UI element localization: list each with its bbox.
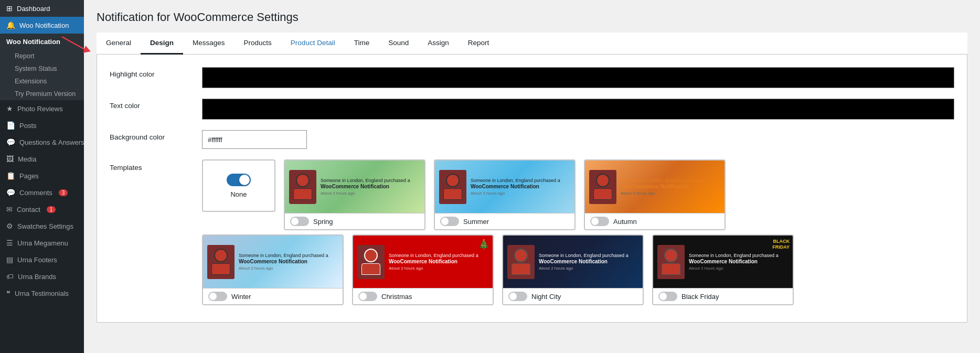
sidebar-item-questions-answers[interactable]: 💬 Questions & Answers [0, 134, 84, 151]
tab-general[interactable]: General [97, 33, 141, 55]
highlight-color-label: Highlight color [110, 67, 194, 78]
tab-products[interactable]: Products [235, 33, 281, 55]
tab-design[interactable]: Design [141, 33, 183, 55]
christmas-toggle[interactable] [358, 292, 377, 301]
sidebar-item-urna-testimonials[interactable]: ❝ Urna Testimonials [0, 285, 84, 302]
night-label: Night City [531, 293, 561, 301]
template-none-toggle[interactable] [227, 174, 251, 186]
autumn-notif-time: About 2 hours ago [621, 191, 720, 196]
highlight-color-row: Highlight color [110, 67, 954, 88]
spring-notif-text: Someone in London, England purchased a W… [321, 178, 420, 196]
tab-assign[interactable]: Assign [418, 33, 459, 55]
sidebar-item-swatches-settings[interactable]: ⚙ Swatches Settings [0, 218, 84, 234]
woo-notification-title[interactable]: Woo Notification [0, 34, 84, 50]
template-autumn-preview: Someone in London, England purchased a W… [585, 161, 725, 213]
blackfriday-toggle-knob [659, 293, 667, 300]
sidebar-sub-report[interactable]: Report [0, 50, 84, 62]
template-christmas-preview: Someone in London, England purchased a W… [353, 236, 493, 288]
media-icon: 🖼 [6, 155, 14, 163]
background-color-swatch[interactable]: #ffffff [202, 130, 307, 149]
template-blackfriday-footer: Black Friday [653, 288, 793, 304]
comments-badge: 3 [59, 189, 68, 196]
sidebar-item-dashboard[interactable]: ⊞ Dashboard [0, 0, 84, 17]
template-christmas-footer: Christmas [353, 288, 493, 304]
winter-avatar [207, 245, 235, 279]
sidebar-item-urna-footers[interactable]: ▤ Urna Footers [0, 251, 84, 268]
template-winter-footer: Winter [203, 288, 343, 304]
tab-report[interactable]: Report [459, 33, 499, 55]
summer-toggle[interactable] [440, 217, 459, 226]
summer-notif-bold: WooCommerce Notification [471, 184, 570, 189]
text-color-swatch[interactable] [202, 99, 954, 120]
tab-time[interactable]: Time [345, 33, 379, 55]
night-avatar [507, 245, 535, 279]
blackfriday-toggle[interactable] [658, 292, 677, 301]
spring-toggle[interactable] [290, 217, 309, 226]
template-none-card[interactable]: None [202, 159, 275, 212]
sidebar-item-media[interactable]: 🖼 Media [0, 151, 84, 167]
autumn-toggle[interactable] [590, 217, 609, 226]
blackfriday-badge: BLACKFRIDAY [772, 239, 790, 250]
winter-toggle[interactable] [208, 292, 227, 301]
template-christmas-card[interactable]: Someone in London, England purchased a W… [352, 234, 494, 305]
woo-notification-section: Woo Notification Report System Status Ex… [0, 34, 84, 100]
highlight-color-swatch[interactable] [202, 67, 954, 88]
template-blackfriday-card[interactable]: Someone in London, England purchased a W… [652, 234, 794, 305]
template-spring-card[interactable]: Someone in London, England purchased a W… [284, 159, 425, 230]
main-content: Notification for WooCommerce Settings Ge… [84, 0, 980, 353]
spring-toggle-knob [291, 218, 299, 225]
notif-preview-spring: Someone in London, England purchased a W… [285, 161, 424, 213]
template-winter-preview: Someone in London, England purchased a W… [203, 236, 343, 288]
template-night-preview: Someone in London, England purchased a W… [503, 236, 643, 288]
sidebar-item-woo-notification-top[interactable]: 🔔 Woo Notification [0, 17, 84, 34]
sidebar-item-contact[interactable]: ✉ Contact 1 [0, 201, 84, 218]
blackfriday-avatar [657, 245, 685, 279]
bell-icon: 🔔 [6, 21, 15, 29]
tab-messages[interactable]: Messages [183, 33, 235, 55]
summer-avatar [439, 170, 466, 204]
background-color-row: Background color #ffffff [110, 130, 954, 149]
night-toggle[interactable] [508, 292, 527, 301]
toggle-knob [239, 175, 250, 185]
sidebar-item-posts[interactable]: 📄 Posts [0, 117, 84, 134]
autumn-notif-text: Someone in London, England purchased a W… [621, 178, 720, 196]
template-winter-card[interactable]: Someone in London, England purchased a W… [202, 234, 344, 305]
winter-notif-title: Someone in London, England purchased a [239, 253, 328, 258]
tabs-bar: General Design Messages Products Product… [97, 33, 967, 55]
christmas-decoration: 🎄 [478, 239, 489, 250]
sidebar-item-urna-brands[interactable]: 🏷 Urna Brands [0, 268, 84, 285]
brands-icon: 🏷 [6, 272, 14, 281]
tab-product-detail[interactable]: Product Detail [281, 33, 345, 55]
christmas-toggle-knob [359, 293, 367, 300]
blackfriday-notif-time: About 2 hours ago [689, 266, 789, 271]
template-night-card[interactable]: Someone in London, England purchased a W… [502, 234, 644, 305]
christmas-notif-text: Someone in London, England purchased a W… [389, 253, 488, 271]
sidebar-sub-system-status[interactable]: System Status [0, 62, 84, 75]
winter-notif-text: Someone in London, England purchased a W… [239, 253, 338, 271]
sidebar-item-urna-megamenu[interactable]: ☰ Urna Megamenu [0, 234, 84, 251]
christmas-notif-title: Someone in London, England purchased a [389, 253, 478, 258]
text-color-row: Text color [110, 99, 954, 120]
templates-row: Templates None [110, 159, 954, 309]
template-autumn-footer: Autumn [585, 213, 725, 229]
sidebar-sub-try-premium[interactable]: Try Premium Version [0, 88, 84, 100]
christmas-notif-time: About 2 hours ago [389, 266, 488, 271]
comments-icon: 💬 [6, 188, 15, 197]
tab-sound[interactable]: Sound [379, 33, 418, 55]
spring-notif-title: Someone in London, England purchased a [321, 178, 410, 183]
summer-notif-text: Someone in London, England purchased a W… [471, 178, 570, 196]
autumn-notif-bold: WooCommerce Notification [621, 184, 720, 189]
sidebar-item-comments[interactable]: 💬 Comments 3 [0, 184, 84, 201]
star-icon: ★ [6, 104, 13, 113]
sidebar-item-pages[interactable]: 📋 Pages [0, 167, 84, 184]
settings-panel: Highlight color Text color Background co… [97, 55, 967, 323]
template-summer-card[interactable]: Someone in London, England purchased a W… [434, 159, 576, 230]
template-autumn-card[interactable]: Someone in London, England purchased a W… [584, 159, 726, 230]
template-none-label: None [230, 190, 247, 198]
notif-preview-summer: Someone in London, England purchased a W… [435, 161, 574, 213]
sidebar-sub-extensions[interactable]: Extensions [0, 75, 84, 88]
sidebar-item-photo-reviews[interactable]: ★ Photo Reviews [0, 100, 84, 117]
notif-preview-blackfriday: Someone in London, England purchased a W… [653, 236, 793, 288]
blackfriday-notif-title: Someone in London, England purchased a [689, 253, 779, 258]
pages-icon: 📋 [6, 172, 15, 180]
